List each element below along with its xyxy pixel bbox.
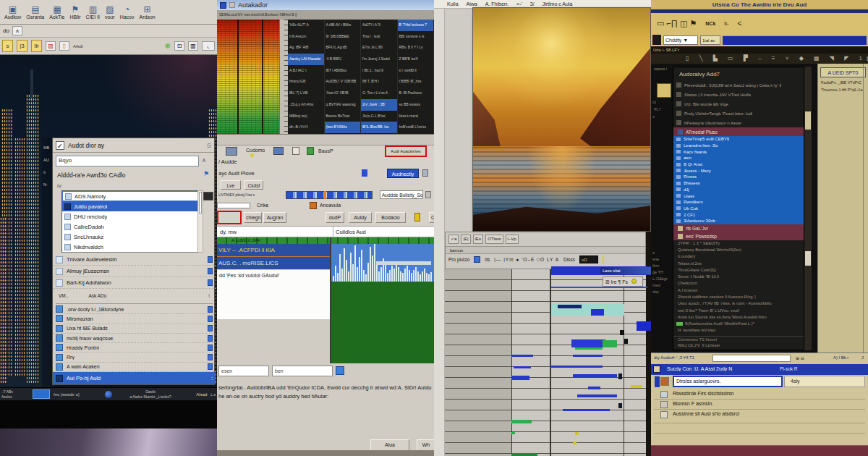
menu-item[interactable]: hsB'sssB L'lss'ss bbox=[398, 122, 434, 133]
small-box-icon[interactable] bbox=[422, 169, 428, 177]
menu-item[interactable]: Jlv(s,G L B'lss' bbox=[361, 111, 397, 122]
ial-box[interactable]: 1ial av bbox=[700, 35, 720, 45]
menu-item[interactable]: (bss B'Vll9As bbox=[325, 122, 361, 133]
chddty-dropdown[interactable]: Chddty ▼ bbox=[663, 35, 698, 45]
selected-item[interactable]: 3lAwdecov 30nb bbox=[673, 218, 804, 224]
device-row[interactable]: .orw dooty t-i ,1Blorodyne bbox=[53, 305, 216, 314]
sequencer-clip[interactable] bbox=[631, 385, 642, 388]
menu-item[interactable]: hhsrq lGB bbox=[288, 76, 324, 88]
sequencer-clip[interactable] bbox=[511, 355, 533, 357]
menu-item[interactable]: 9i' 3iB DBBEE: bbox=[325, 31, 361, 43]
menu-item-maroon[interactable]: ATmedaf Pluso bbox=[673, 127, 804, 136]
menu-item[interactable]: UU. Bls wurde Eb Vige bbox=[673, 99, 804, 109]
menu-item[interactable]: A AlB AV t BMw bbox=[325, 20, 361, 31]
selected-item[interactable]: 2 CF1 bbox=[673, 211, 804, 218]
menu-item[interactable]: l BlBB'-B'_hss bbox=[398, 76, 434, 88]
selected-item[interactable]: Rivess bbox=[673, 174, 804, 180]
sequencer-clip[interactable] bbox=[563, 409, 610, 411]
menu-item[interactable]: A.f tmsnsir bbox=[673, 287, 804, 294]
menu-item[interactable]: RBs. B ll 'f' l Ls bbox=[398, 42, 434, 54]
device-row[interactable]: mclilj fnaov wagcsue bbox=[53, 334, 216, 343]
document-icon[interactable]: ▯ bbox=[59, 41, 69, 51]
selected-item[interactable]: dJj bbox=[673, 187, 804, 193]
chevron-up-icon[interactable]: ∧ bbox=[202, 157, 206, 164]
sequencer-clip[interactable] bbox=[618, 373, 622, 379]
menu-item[interactable]: Il lll Asscm bbox=[288, 31, 324, 43]
selected-item[interactable]: Bhssess bbox=[673, 180, 804, 187]
sequencer-clip[interactable] bbox=[577, 394, 617, 397]
orb-icon[interactable] bbox=[105, 391, 112, 398]
menu-item[interactable]: Ag, lBF' AlB bbox=[288, 42, 324, 54]
menu-item[interactable]: E'l'ts Js L:lBl bbox=[361, 42, 397, 54]
listbox-row[interactable]: CalireDadah bbox=[62, 221, 203, 232]
menu-item[interactable]: Tlss l . lsslt bbox=[361, 31, 397, 43]
menu-item[interactable]: 'hSir ALIT' A bbox=[288, 20, 324, 31]
sequencer-clip[interactable] bbox=[511, 376, 529, 380]
menu-item[interactable]: Ssroe :l Noddr 'Bl 1tl.ll bbox=[673, 274, 804, 280]
button-dudp[interactable]: dudP bbox=[326, 212, 344, 223]
record-icon[interactable]: ▨ bbox=[46, 41, 56, 51]
toggle-button[interactable]: Ilr bbox=[31, 40, 42, 52]
button-auldy[interactable]: Auldy bbox=[349, 212, 372, 223]
menu-item[interactable]: dh.-B.rYlrYl bbox=[288, 122, 324, 133]
menu-item[interactable]: llB T.,B'H l bbox=[361, 76, 397, 88]
selected-item[interactable]: Kacv fisanls bbox=[673, 148, 804, 155]
page-icon[interactable] bbox=[292, 147, 299, 155]
play-icon[interactable]: ❋ bbox=[165, 42, 171, 50]
menu-item[interactable]: Telass.sl.2ss bbox=[673, 261, 804, 267]
menu-item[interactable]: Qulaisoy Bsndclssal Wtrrho!9(0or) bbox=[673, 247, 804, 253]
scrollbar[interactable] bbox=[804, 67, 812, 350]
sequencer-clip[interactable] bbox=[511, 420, 532, 423]
device-row[interactable]: Mirsmazran bbox=[53, 314, 216, 324]
sequencer-clip[interactable] bbox=[603, 340, 617, 347]
sequencer-clip[interactable] bbox=[624, 339, 628, 344]
listbox-scrollbar[interactable] bbox=[197, 190, 203, 253]
menu-item-maroon[interactable]: rts GaL'Jvr bbox=[673, 224, 804, 232]
zoom-icon[interactable]: ◟ bbox=[202, 41, 215, 51]
sequencer-clip[interactable] bbox=[571, 339, 605, 347]
secondary-button[interactable]: Wh bbox=[417, 439, 435, 451]
sequencer-clip[interactable] bbox=[550, 366, 603, 368]
sequencer-clip[interactable] bbox=[637, 321, 651, 331]
menu-item[interactable]: AdJTl l.A '9 bbox=[361, 20, 397, 31]
button-chiegn[interactable]: chiegn bbox=[244, 212, 262, 223]
menu-item[interactable]: 2rv'.JssA' ,'JB' bbox=[361, 99, 397, 111]
menu-item[interactable]: ss BB ssssss bbox=[398, 99, 434, 111]
menu-item[interactable]: ?fmsG4lare Cssrt3Q bbox=[673, 267, 804, 274]
menu-item[interactable]: A.BJ lAC' t bbox=[288, 65, 324, 77]
sequencer-clip[interactable] bbox=[511, 453, 537, 456]
tab-ciutsf[interactable]: Ciutsf bbox=[244, 180, 263, 190]
property-row[interactable]: Rtwsstlrde Flrs slsctslsdrsn bbox=[673, 391, 861, 396]
sequencer-clip[interactable] bbox=[618, 403, 622, 408]
taskbar-right-label[interactable]: Alsad bbox=[196, 392, 207, 397]
highlighted-field[interactable]: Dtrslss aslarguovrs. bbox=[673, 376, 783, 387]
menu-item[interactable]: -ll B BlB'L' bbox=[325, 54, 361, 65]
listbox-row[interactable]: Juldu pavairoi bbox=[62, 201, 203, 211]
selected-item[interactable]: asm bbox=[673, 155, 804, 161]
sequencer-clip[interactable] bbox=[573, 374, 617, 378]
device-row[interactable]: Uxa ht IBE Bulads bbox=[53, 324, 216, 334]
button-augran[interactable]: Augran bbox=[263, 212, 286, 223]
menu-item[interactable]: lt.uurdary bbox=[673, 253, 804, 260]
menu-item[interactable]: 9(Auslsurrstlss Ausll 'tflhsllrlrlf'wsl.… bbox=[673, 321, 804, 327]
menu-item[interactable]: 2TPlP..' 1 3 * SEEOlTy bbox=[673, 240, 804, 247]
value-cell[interactable]: 4sly bbox=[784, 376, 865, 387]
menu-item[interactable]: lBT l ABllBso bbox=[325, 65, 361, 77]
record-icon[interactable] bbox=[307, 147, 314, 155]
side-panel-header[interactable]: A UElD SPT0 bbox=[820, 67, 866, 77]
selected-item[interactable]: Ub Cuk bbox=[673, 206, 804, 212]
toggle-button[interactable]: s bbox=[2, 40, 13, 52]
menu-item[interactable]: BFlt tL.Ag'sB bbox=[325, 42, 361, 54]
ok-button[interactable]: Alua bbox=[370, 439, 409, 451]
sequencer-clip[interactable] bbox=[551, 287, 647, 288]
sequencer-clip[interactable] bbox=[575, 432, 579, 435]
toggle-button[interactable]: |3 bbox=[17, 40, 27, 52]
dropdown-box-icon[interactable]: ʌ bbox=[12, 26, 22, 35]
menu-item[interactable]: Csrsssswo TS llssssl bbox=[673, 336, 804, 342]
window-thumbnail[interactable] bbox=[33, 389, 50, 399]
listbox-row[interactable]: DHU nmclody bbox=[62, 211, 203, 221]
selected-item[interactable]: Learsdns lism :So bbox=[673, 143, 804, 149]
scrollbar-button[interactable] bbox=[805, 111, 811, 130]
menu-item[interactable]: q BVTlAV wassrsg bbox=[325, 99, 361, 111]
device-action-icon[interactable] bbox=[203, 192, 213, 200]
